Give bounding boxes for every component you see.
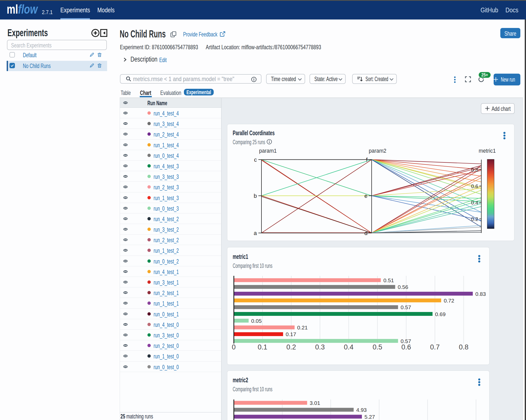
svg-text:f: f: [366, 157, 368, 163]
svg-text:0.17: 0.17: [286, 331, 296, 337]
svg-text:param2: param2: [369, 148, 387, 154]
svg-text:0.69: 0.69: [435, 311, 446, 317]
svg-text:metric1: metric1: [479, 148, 496, 154]
svg-text:0.05: 0.05: [251, 318, 262, 324]
svg-text:0.6: 0.6: [401, 343, 411, 351]
svg-text:0.51: 0.51: [383, 277, 394, 283]
svg-text:0.4: 0.4: [344, 343, 354, 351]
svg-text:d: d: [364, 230, 368, 236]
svg-text:3.01: 3.01: [310, 400, 320, 406]
svg-text:0.2: 0.2: [471, 216, 478, 222]
svg-text:b: b: [254, 193, 257, 199]
svg-text:5.27: 5.27: [364, 414, 375, 420]
svg-text:0.1: 0.1: [258, 343, 267, 351]
svg-text:0.83: 0.83: [475, 291, 486, 297]
svg-text:param1: param1: [259, 148, 277, 154]
svg-text:0.7: 0.7: [430, 343, 440, 351]
svg-text:0.8: 0.8: [471, 167, 478, 173]
svg-text:0.72: 0.72: [444, 298, 454, 304]
svg-text:e: e: [364, 193, 368, 199]
svg-text:a: a: [254, 230, 257, 236]
svg-text:4.93: 4.93: [356, 407, 367, 413]
svg-text:c: c: [254, 157, 257, 163]
svg-text:0.6: 0.6: [471, 183, 478, 189]
svg-text:0.56: 0.56: [398, 284, 408, 290]
svg-text:0.2: 0.2: [286, 343, 296, 351]
svg-text:0: 0: [232, 343, 236, 351]
svg-text:0.8: 0.8: [459, 343, 468, 351]
svg-text:0.57: 0.57: [401, 304, 411, 310]
svg-text:0.21: 0.21: [297, 325, 308, 330]
svg-text:0.5: 0.5: [373, 343, 382, 351]
svg-text:0.4: 0.4: [471, 200, 478, 206]
svg-text:0.3: 0.3: [315, 343, 325, 351]
